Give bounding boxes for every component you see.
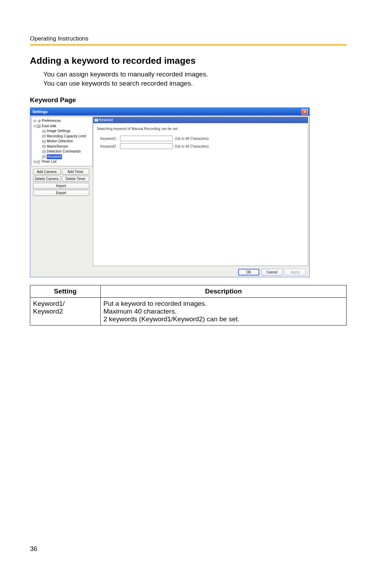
tree-item-keyword[interactable]: Keyword	[32, 154, 92, 160]
node-icon	[42, 140, 46, 143]
tree-label: Motion Detection	[47, 139, 73, 144]
keyword2-hint: (Up to 40 Characters)	[175, 144, 209, 148]
desc-line: 2 keywords (Keyword1/Keyword2) can be se…	[103, 315, 343, 323]
camera-icon	[37, 124, 41, 128]
table-row: Keyword1/ Keyword2 Put a keyword to reco…	[30, 298, 347, 326]
tree-item-alarm-sensor[interactable]: Alarm/Sensor	[32, 144, 92, 149]
collapse-icon[interactable]: ⊟	[33, 124, 37, 129]
panel-description: Searching keyword of Manual Recording ca…	[97, 127, 304, 131]
table-header-setting: Setting	[30, 285, 101, 298]
tree-label-selected: Keyword	[47, 154, 62, 160]
intro-text: You can assign keywords to manually reco…	[43, 70, 347, 88]
intro-line-1: You can assign keywords to manually reco…	[43, 70, 347, 79]
close-icon: ✕	[303, 110, 306, 114]
node-icon	[95, 119, 98, 122]
cancel-button[interactable]: Cancel	[261, 269, 283, 276]
keyword2-label: Keyword2 :	[97, 144, 118, 148]
wrench-icon	[37, 119, 41, 123]
expand-icon[interactable]: ⊞	[33, 119, 37, 123]
table-cell-description: Put a keyword to recorded images. Maximu…	[101, 298, 347, 326]
table-cell-setting: Keyword1/ Keyword2	[30, 298, 101, 326]
keyword1-hint: (Up to 40 Characters)	[175, 137, 209, 141]
close-button[interactable]: ✕	[302, 109, 308, 114]
export-button[interactable]: Export	[33, 190, 89, 196]
tree-item-timer-list[interactable]: ⊞ Timer List	[32, 159, 92, 165]
node-icon	[42, 150, 46, 153]
tree-item-preferences[interactable]: ⊞ Preferences	[32, 118, 92, 124]
node-icon	[42, 155, 46, 158]
tree-label: Detection Commands	[47, 149, 81, 154]
desc-line: Maximum 40 characters.	[103, 308, 343, 315]
tree-label: Timer List	[41, 159, 57, 165]
ok-button[interactable]: OK	[238, 269, 259, 276]
page-number: 36	[30, 545, 37, 553]
document-header: Operating Instructions	[30, 35, 347, 42]
tree-item-recording-capacity[interactable]: Recording Capacity Limit	[32, 134, 92, 139]
tree-item-eastside[interactable]: ⊟ East side	[32, 124, 92, 129]
add-camera-button[interactable]: Add Camera	[33, 169, 61, 175]
keyword2-input[interactable]	[120, 143, 173, 149]
node-icon	[42, 145, 46, 148]
apply-button[interactable]: Apply	[285, 269, 306, 276]
window-titlebar[interactable]: Settings ✕	[30, 108, 309, 116]
settings-tree[interactable]: ⊞ Preferences ⊟ East side Image Settings…	[31, 117, 93, 166]
keyword1-label: Keyword1 :	[97, 137, 118, 141]
page-title: Adding a keyword to recorded images	[30, 55, 347, 66]
tree-label: Recording Capacity Limit	[47, 134, 86, 139]
tree-item-motion-detection[interactable]: Motion Detection	[32, 139, 92, 144]
add-timer-button[interactable]: Add Timer	[62, 169, 89, 175]
panel-title: Keyword	[99, 118, 113, 122]
keyword1-input[interactable]	[120, 136, 173, 141]
node-icon	[42, 135, 46, 138]
description-table: Setting Description Keyword1/ Keyword2 P…	[30, 285, 347, 326]
keyword-panel: Keyword Searching keyword of Manual Reco…	[93, 117, 308, 266]
setting-line: Keyword2	[33, 308, 97, 315]
node-icon	[42, 130, 46, 133]
intro-line-2: You can use keywords to search recorded …	[43, 79, 347, 88]
side-button-group: Add Camera Add Timer Delete Camera Delet…	[30, 167, 92, 200]
tree-label: Preferences	[42, 118, 61, 124]
node-icon	[37, 161, 40, 163]
tree-item-image-settings[interactable]: Image Settings	[32, 129, 92, 134]
tree-label: Alarm/Sensor	[47, 144, 68, 149]
setting-line: Keyword1/	[33, 300, 97, 308]
tree-item-detection-commands[interactable]: Detection Commands	[32, 149, 92, 154]
desc-line: Put a keyword to recorded images.	[103, 300, 343, 308]
expand-icon[interactable]: ⊞	[33, 160, 37, 164]
dialog-footer: OK Cancel Apply	[30, 267, 309, 277]
section-subtitle: Keyword Page	[30, 96, 347, 104]
settings-window: Settings ✕ ⊞ Preferences ⊟ East side I	[30, 107, 310, 277]
tree-label: Image Settings	[47, 129, 70, 134]
delete-timer-button[interactable]: Delete Timer	[62, 176, 89, 182]
tree-label: East side	[42, 124, 56, 129]
table-header-description: Description	[101, 285, 347, 298]
delete-camera-button[interactable]: Delete Camera	[33, 176, 61, 182]
import-button[interactable]: Import	[33, 183, 89, 189]
divider-rule	[30, 44, 347, 45]
keyword-panel-header: Keyword	[93, 117, 308, 123]
window-title: Settings	[32, 110, 302, 114]
